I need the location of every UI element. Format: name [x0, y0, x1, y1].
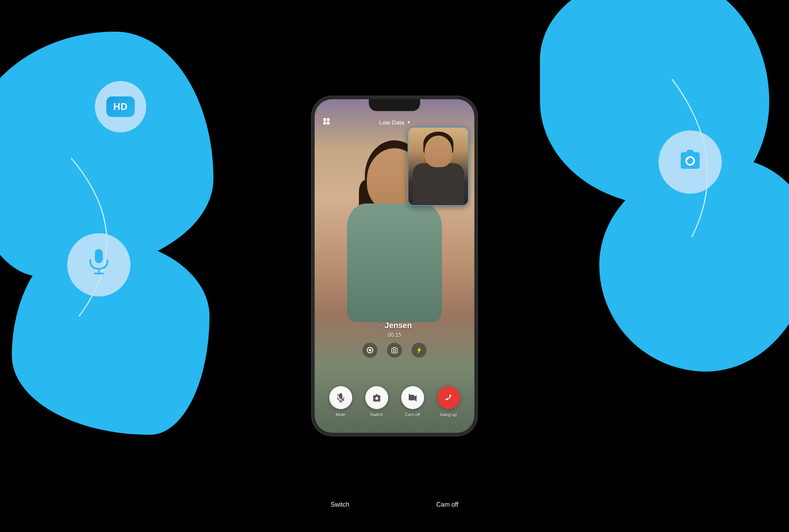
switch-control: Switch [365, 386, 388, 417]
svg-rect-8 [327, 118, 330, 121]
verified-icon: ✓ [377, 322, 382, 329]
pip-person-head [425, 136, 452, 167]
hd-label: HD [106, 96, 135, 117]
switch-button[interactable] [365, 386, 388, 409]
camera-switch-circle-button[interactable] [659, 130, 722, 194]
svg-rect-7 [323, 118, 326, 121]
controls-row: Mute [323, 386, 466, 417]
svg-point-12 [369, 349, 371, 351]
lightning-button[interactable] [411, 343, 427, 358]
grid-icon [323, 117, 330, 127]
hd-text: HD [113, 101, 128, 112]
caller-name-row: ✓ Jensen [315, 321, 474, 330]
chevron-down-icon[interactable]: ▾ [408, 119, 410, 125]
mute-button[interactable] [329, 386, 352, 409]
hd-badge: HD [95, 81, 146, 132]
microphone-icon [87, 248, 111, 281]
bg-blob-right-top [540, 0, 769, 206]
svg-point-13 [393, 349, 396, 352]
pip-video [408, 127, 469, 206]
call-controls: Mute [315, 386, 474, 417]
switch-label: Switch [370, 412, 383, 417]
camoff-label: Cam off [405, 412, 420, 417]
camera-switch-icon [677, 147, 704, 177]
caller-info: ✓ Jensen 00:15 [315, 321, 474, 338]
mute-label: Mute [336, 412, 345, 417]
svg-rect-9 [323, 122, 326, 125]
camoff-button[interactable] [401, 386, 424, 409]
call-duration: 00:15 [315, 332, 474, 338]
top-bar-center: Low Data ▾ [379, 119, 410, 126]
camera-effects-button[interactable] [387, 343, 402, 358]
phone-notch [369, 99, 420, 111]
camoff-control: Cam off [401, 386, 424, 417]
hangup-control: Hang up [437, 386, 460, 417]
hangup-button[interactable] [437, 386, 460, 409]
phone-device: Low Data ▾ ✓ Jensen 00:15 [311, 96, 478, 436]
effects-button[interactable] [362, 343, 378, 358]
caller-name-text: Jensen [385, 321, 412, 330]
data-mode-label[interactable]: Low Data [379, 119, 404, 126]
mute-control: Mute [329, 386, 352, 417]
svg-rect-0 [95, 249, 103, 263]
svg-rect-10 [327, 122, 330, 125]
outside-switch-label: Switch [331, 501, 349, 508]
person-body [347, 204, 442, 322]
phone-frame: Low Data ▾ ✓ Jensen 00:15 [311, 96, 478, 436]
pip-person-body [413, 163, 464, 206]
hangup-label: Hang up [440, 412, 457, 417]
phone-screen: Low Data ▾ ✓ Jensen 00:15 [315, 99, 474, 433]
extra-controls-row [315, 343, 474, 358]
top-bar-left [323, 117, 330, 127]
mic-circle-button[interactable] [67, 233, 130, 296]
outside-camoff-label: Cam off [436, 501, 459, 508]
